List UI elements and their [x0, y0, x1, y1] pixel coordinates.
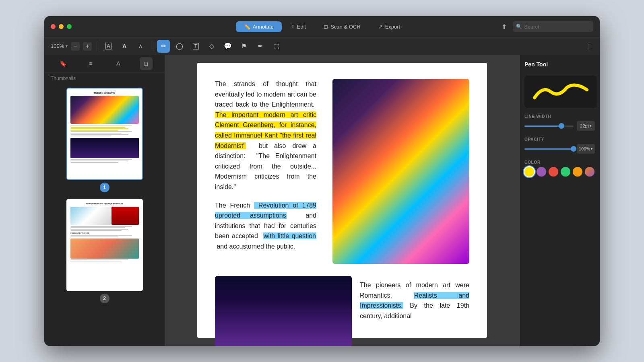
maximize-button[interactable]	[67, 24, 72, 29]
tab-scan[interactable]: ⊡ Scan & OCR	[316, 21, 368, 32]
paragraph-1: The strands of thought that eventually l…	[215, 79, 316, 192]
panel-title-section: Pen Tool	[524, 61, 595, 69]
zoom-out-button[interactable]: −	[71, 42, 80, 51]
text-outline-icon: A	[105, 43, 111, 49]
tab-edit[interactable]: T Edit	[283, 21, 314, 32]
color-label: COLOR	[524, 160, 595, 165]
comment-tool-button[interactable]: 💬	[221, 40, 234, 53]
stamp-icon: ⚑	[241, 42, 247, 50]
color-swatch-green[interactable]	[561, 167, 570, 177]
page-content: The strands of thought that eventually l…	[197, 63, 487, 338]
shape-icon: ◇	[209, 42, 214, 50]
document-area[interactable]: The strands of thought that eventually l…	[165, 55, 519, 346]
nav-tabs: ✏️ Annotate T Edit ⊡ Scan & OCR ↗ Export	[236, 21, 408, 32]
line-width-number: 22pt	[580, 123, 588, 128]
tab-export-label: Export	[385, 24, 400, 30]
line-width-thumb[interactable]	[559, 123, 564, 129]
color-swatch-purple[interactable]	[537, 167, 546, 177]
shape-tool-button[interactable]: ◇	[205, 40, 218, 53]
sign-tool-button[interactable]: ✒	[254, 40, 266, 53]
thumbnail-page-1[interactable]: MODERN CONCEPTS	[49, 88, 160, 192]
line-width-label: LINE WIDTH	[524, 114, 595, 119]
stamp-tool-button[interactable]: ⚑	[237, 40, 250, 53]
opacity-label: OPACITY	[524, 137, 595, 142]
zoom-chevron-icon: ▾	[66, 44, 68, 48]
color-swatch-orange[interactable]	[573, 167, 582, 177]
thumb-content-1: MODERN CONCEPTS	[67, 88, 142, 179]
scan-icon: ⊡	[324, 24, 328, 30]
export-icon: ↗	[378, 24, 383, 30]
eraser-tool-button[interactable]: ◯	[173, 40, 186, 53]
pen-tool-title: Pen Tool	[524, 61, 595, 68]
opacity-fill	[524, 148, 574, 150]
color-section: COLOR	[524, 160, 595, 177]
opacity-track	[524, 148, 574, 150]
sidebar-section-label: Thumbnails	[44, 72, 165, 84]
zoom-in-button[interactable]: +	[83, 42, 92, 51]
sidebar: 🔖 ≡ A □ Thumbnails MODERN CONCEPTS	[44, 55, 165, 346]
color-swatches	[524, 167, 595, 177]
sidebar-thumbnail-tab[interactable]: □	[140, 57, 153, 70]
thumbnail-page-2[interactable]: Postmodernism and high-tech architecture	[49, 199, 160, 303]
line-width-value: 22pt ▾	[577, 121, 595, 131]
sign-icon: ✒	[258, 42, 263, 50]
bottom-text: The pioneers of modern art were Romantic…	[360, 276, 469, 346]
color-swatch-red[interactable]	[549, 167, 558, 177]
line-width-slider-container: 22pt ▾	[524, 121, 595, 131]
select-tool-button[interactable]: ⬚	[270, 40, 283, 53]
pen-icon: ✏	[161, 42, 166, 50]
minimize-button[interactable]	[59, 24, 64, 29]
traffic-lights	[51, 24, 72, 29]
page-number-2: 2	[100, 294, 109, 303]
thumb-text-lines-1	[70, 125, 139, 136]
highlight-enlightenment: The important modern art critic Clement …	[215, 111, 316, 149]
textbox-tool-button[interactable]: T	[189, 40, 202, 53]
pen-stroke-preview	[528, 80, 593, 104]
text-plain-tool-button[interactable]: A	[118, 40, 131, 53]
line-width-fill	[524, 125, 561, 127]
pen-tool-button[interactable]: ✏	[157, 40, 170, 53]
zoom-control: 100% ▾	[51, 43, 68, 49]
highlight-revolution: Revolution of 1789 uprooted assumptions	[215, 202, 316, 219]
line-width-track	[524, 125, 574, 127]
line-width-section: LINE WIDTH 22pt ▾	[524, 114, 595, 131]
opacity-number: 100%	[579, 146, 590, 151]
toolbar-separator	[97, 41, 97, 51]
zoom-level: 100%	[51, 43, 64, 49]
eraser-icon: ◯	[176, 42, 183, 50]
text-small-tool-button[interactable]: A	[134, 40, 147, 53]
dark-art-image	[215, 276, 352, 346]
tab-annotate-label: Annotate	[253, 24, 274, 30]
search-icon: 🔍	[516, 24, 522, 29]
opacity-thumb[interactable]	[571, 146, 576, 152]
opacity-slider-container: 100% ▾	[524, 144, 595, 154]
edit-icon: T	[291, 24, 295, 30]
annotate-icon: ✏️	[244, 24, 250, 30]
annotation-toolbar: 100% ▾ − + A A A ✏ ◯ T ◇ 💬	[44, 37, 600, 55]
highlight-question: with little question	[263, 232, 316, 239]
thumbnail-frame-2: Postmodernism and high-tech architecture	[66, 199, 143, 291]
sidebar-tab-bar: 🔖 ≡ A □	[44, 55, 165, 72]
main-content: 🔖 ≡ A □ Thumbnails MODERN CONCEPTS	[44, 55, 600, 346]
toolbar-separator-2	[152, 41, 152, 51]
comment-icon: 💬	[224, 42, 232, 50]
tab-edit-label: Edit	[297, 24, 306, 30]
tab-annotate[interactable]: ✏️ Annotate	[236, 21, 282, 32]
close-button[interactable]	[51, 24, 56, 29]
thumbnail-frame-1: MODERN CONCEPTS	[66, 88, 143, 180]
text-outline-tool-button[interactable]: A	[102, 40, 115, 53]
opacity-value: 100% ▾	[577, 144, 595, 154]
color-swatch-yellow[interactable]	[524, 167, 534, 177]
paragraph-3: The pioneers of modern art were Romantic…	[360, 280, 469, 321]
text-plain-icon: A	[122, 43, 127, 49]
thumb-content-2: Postmodernism and high-tech architecture	[67, 200, 142, 290]
panel-collapse-button[interactable]: ‖	[585, 42, 593, 50]
sidebar-outline-tab[interactable]: ≡	[84, 57, 97, 70]
paragraph-2: The French Revolution of 1789 uprooted a…	[215, 200, 316, 252]
tab-export[interactable]: ↗ Export	[370, 21, 409, 32]
sidebar-bookmark-tab[interactable]: 🔖	[56, 57, 69, 70]
share-button[interactable]: ⬆	[498, 21, 510, 32]
color-swatch-dark-orange[interactable]	[585, 167, 594, 177]
search-input[interactable]	[513, 21, 593, 32]
sidebar-annotation-tab[interactable]: A	[112, 57, 125, 70]
